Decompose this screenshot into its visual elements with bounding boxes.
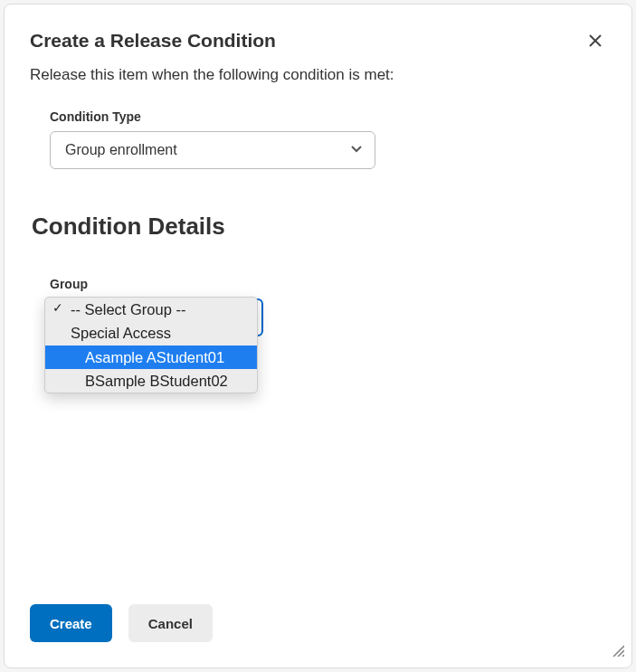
- cancel-button[interactable]: Cancel: [128, 604, 213, 642]
- group-option[interactable]: Asample AStudent01: [45, 345, 257, 369]
- group-label: Group: [50, 277, 606, 291]
- condition-type-select-wrap: Group enrollment: [50, 131, 375, 169]
- condition-details-heading: Condition Details: [32, 213, 606, 241]
- release-condition-dialog: Create a Release Condition Release this …: [4, 4, 632, 668]
- group-option[interactable]: BSample BStudent02: [45, 369, 257, 393]
- condition-type-field: Condition Type Group enrollment: [30, 109, 606, 169]
- group-select-wrap: -- Select Group -- -- Select Group --Spe…: [50, 298, 263, 336]
- group-dropdown[interactable]: -- Select Group --Special AccessAsample …: [44, 297, 258, 393]
- condition-type-select[interactable]: Group enrollment: [50, 131, 375, 169]
- close-icon: [588, 33, 603, 48]
- svg-line-4: [622, 655, 624, 657]
- condition-type-value: Group enrollment: [65, 142, 177, 158]
- dialog-header: Create a Release Condition: [30, 30, 606, 52]
- group-option[interactable]: Special Access: [45, 321, 257, 345]
- close-button[interactable]: [584, 30, 606, 52]
- create-button[interactable]: Create: [30, 604, 112, 642]
- group-option[interactable]: -- Select Group --: [45, 298, 257, 321]
- condition-type-label: Condition Type: [50, 109, 606, 124]
- dialog-footer: Create Cancel: [30, 586, 606, 642]
- dialog-subtitle: Release this item when the following con…: [30, 66, 606, 84]
- group-field: Group -- Select Group -- -- Select Group…: [30, 277, 606, 336]
- resize-handle-icon[interactable]: [610, 642, 624, 660]
- dialog-title: Create a Release Condition: [30, 30, 276, 52]
